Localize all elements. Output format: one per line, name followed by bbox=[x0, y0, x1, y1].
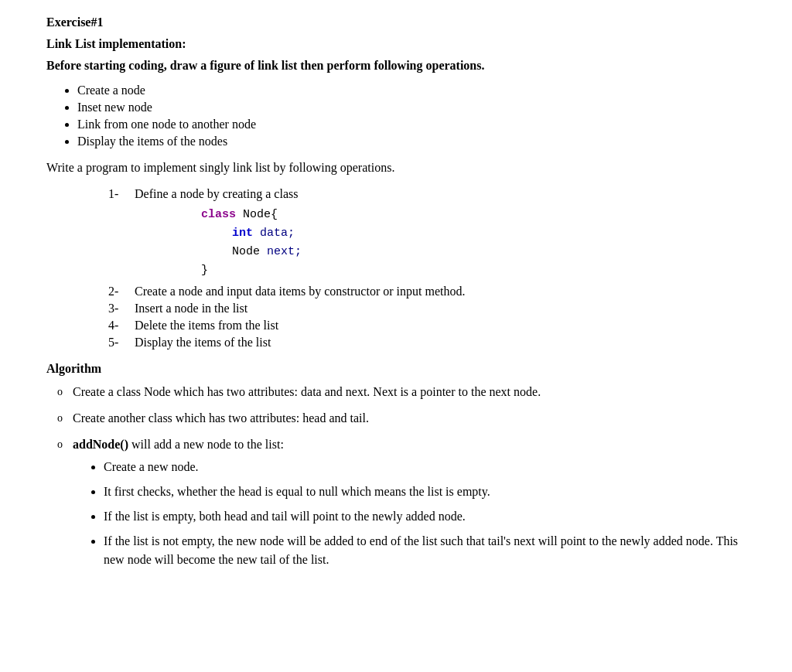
step-text: Create a node and input data items by co… bbox=[135, 285, 465, 298]
step-text: Display the items of the list bbox=[135, 336, 271, 349]
add-node-method: addNode() bbox=[73, 438, 128, 451]
add-node-rest: will add a new node to the list: bbox=[128, 438, 284, 451]
step-1: 1- Define a node by creating a class bbox=[108, 187, 746, 201]
keyword-int: int bbox=[232, 227, 253, 240]
exercise-title: Exercise#1 bbox=[46, 15, 746, 29]
step-text: Define a node by creating a class bbox=[135, 187, 298, 200]
algorithm-item-3: addNode() will add a new node to the lis… bbox=[62, 438, 746, 569]
step-text: Insert a node in the list bbox=[135, 302, 248, 315]
code-line-3: Node next; bbox=[201, 243, 746, 261]
list-item: Inset new node bbox=[77, 101, 746, 114]
list-item: Create a node bbox=[77, 84, 746, 97]
code-line-2: int data; bbox=[201, 224, 746, 243]
algorithm-text-1: Create a class Node which has two attrib… bbox=[73, 385, 541, 398]
keyword-class: class bbox=[201, 208, 236, 221]
var-next: next; bbox=[267, 245, 302, 258]
page-container: Exercise#1 Link List implementation: Bef… bbox=[0, 0, 792, 672]
section-title: Link List implementation: bbox=[46, 37, 746, 51]
step-number: 5- bbox=[108, 336, 131, 350]
sub-bullet-item-4: If the list is not empty, the new node w… bbox=[104, 532, 746, 569]
list-item: Link from one node to another node bbox=[77, 118, 746, 131]
algorithm-title: Algorithm bbox=[46, 362, 746, 376]
algorithm-item-1: Create a class Node which has two attrib… bbox=[62, 385, 746, 399]
code-line-1: class Node{ bbox=[201, 206, 746, 224]
write-text: Write a program to implement singly link… bbox=[46, 161, 746, 175]
main-bullet-list: Create a node Inset new node Link from o… bbox=[46, 84, 746, 148]
step-2: 2- Create a node and input data items by… bbox=[108, 285, 746, 298]
step-text: Delete the items from the list bbox=[135, 319, 278, 332]
algorithm-text-2: Create another class which has two attri… bbox=[73, 411, 369, 425]
sub-bullet-item-2: It first checks, whether the head is equ… bbox=[104, 483, 746, 501]
step-number: 1- bbox=[108, 187, 131, 201]
var-data: data; bbox=[253, 227, 295, 240]
step-4: 4- Delete the items from the list bbox=[108, 319, 746, 333]
intro-text: Before starting coding, draw a figure of… bbox=[46, 59, 746, 73]
code-line-4: } bbox=[201, 261, 746, 280]
step-number: 4- bbox=[108, 319, 131, 333]
step-5: 5- Display the items of the list bbox=[108, 336, 746, 350]
step-number: 2- bbox=[108, 285, 131, 298]
step-3: 3- Insert a node in the list bbox=[108, 302, 746, 316]
step-number: 3- bbox=[108, 302, 131, 316]
algorithm-item-2: Create another class which has two attri… bbox=[62, 411, 746, 425]
algorithm-list: Create a class Node which has two attrib… bbox=[46, 385, 746, 569]
code-class-name: Node{ bbox=[236, 208, 278, 221]
code-block: class Node{ int data; Node next; } bbox=[201, 206, 746, 280]
numbered-steps: 1- Define a node by creating a class cla… bbox=[46, 187, 746, 350]
sub-bullet-item-3: If the list is empty, both head and tail… bbox=[104, 507, 746, 526]
code-node-text: Node bbox=[232, 245, 267, 258]
add-node-sub-list: Create a new node. It first checks, whet… bbox=[73, 458, 746, 569]
list-item: Display the items of the nodes bbox=[77, 135, 746, 148]
sub-bullet-item-1: Create a new node. bbox=[104, 458, 746, 476]
